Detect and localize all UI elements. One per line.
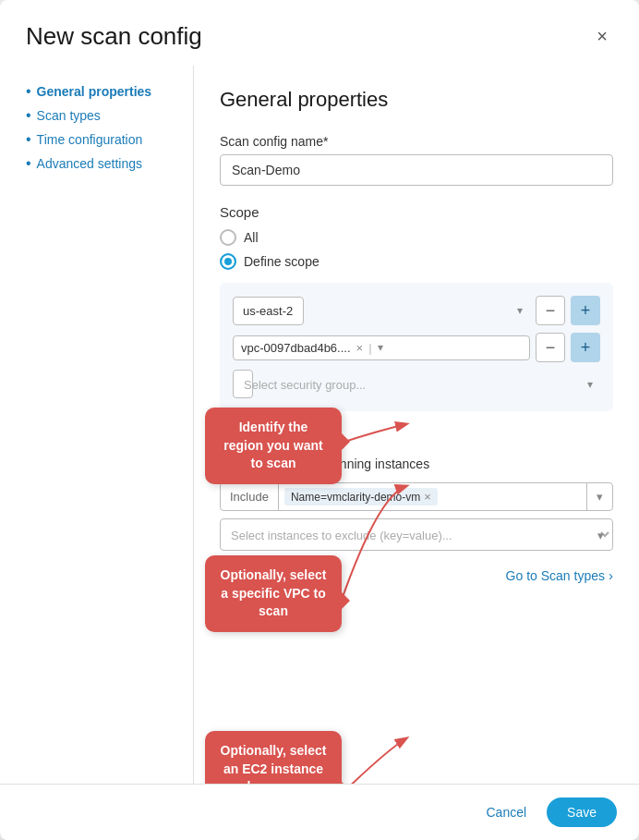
bullet-icon: • xyxy=(26,108,31,123)
region-plus-button[interactable]: + xyxy=(571,296,600,325)
scope-section: Scope All Define scope xyxy=(220,204,613,411)
tooltip-ec2: Optionally, select an EC2 instance by na… xyxy=(205,731,342,784)
vpc-tag-value: vpc-0097dbad4b6.... xyxy=(241,341,351,355)
sidebar-item-advanced[interactable]: • Advanced settings xyxy=(26,156,176,171)
go-to-chevron-icon: › xyxy=(609,567,613,583)
bullet-icon: • xyxy=(26,84,31,99)
region-row: us-east-2 ▾ − + xyxy=(233,296,600,325)
security-group-row: ▾ Select security group... xyxy=(233,370,600,398)
region-select-wrapper: us-east-2 ▾ xyxy=(233,297,530,325)
radio-define-scope-circle[interactable] xyxy=(220,253,236,270)
radio-define-scope[interactable]: Define scope xyxy=(220,253,613,270)
include-row: Include Name=vmclarity-demo-vm × ▾ xyxy=(220,482,613,511)
radio-all-circle[interactable] xyxy=(220,229,236,246)
modal-body: • General properties • Scan types • Time… xyxy=(0,66,639,784)
region-select[interactable]: us-east-2 xyxy=(233,297,304,325)
sidebar-link-general[interactable]: General properties xyxy=(37,84,152,99)
section-title: General properties xyxy=(220,88,613,112)
vpc-plus-button[interactable]: + xyxy=(571,333,600,362)
sidebar-item-scan-types[interactable]: • Scan types xyxy=(26,108,176,123)
vpc-tag: vpc-0097dbad4b6.... × | ▾ xyxy=(233,335,530,360)
security-group-placeholder: Select security group... xyxy=(244,377,366,391)
vpc-minus-button[interactable]: − xyxy=(536,333,565,362)
bullet-icon: • xyxy=(26,132,31,147)
tag-pill-remove-icon[interactable]: × xyxy=(424,490,431,504)
save-button[interactable]: Save xyxy=(547,797,617,827)
vpc-remove-icon[interactable]: × xyxy=(356,341,364,355)
sidebar-link-time-config[interactable]: Time configuration xyxy=(37,132,143,147)
modal-footer: Cancel Save xyxy=(0,784,639,840)
modal-title: New scan config xyxy=(26,22,202,51)
scan-config-name-label: Scan config name* xyxy=(220,134,613,149)
include-tag-pill: Name=vmclarity-demo-vm × xyxy=(284,488,438,505)
go-to-scan-types-label: Go to Scan types xyxy=(506,568,605,583)
vpc-row: vpc-0097dbad4b6.... × | ▾ − + xyxy=(233,333,600,362)
exclude-select[interactable] xyxy=(220,518,613,551)
modal: New scan config × • General properties •… xyxy=(0,0,639,840)
sidebar-link-advanced[interactable]: Advanced settings xyxy=(37,156,142,171)
modal-header: New scan config × xyxy=(0,0,639,66)
tooltip-region: Identify the region you want to scan xyxy=(205,408,342,484)
scan-config-name-field: Scan config name* xyxy=(220,134,613,186)
sidebar-item-time-config[interactable]: • Time configuration xyxy=(26,132,176,147)
tag-separator: | xyxy=(368,341,371,355)
include-label: Include xyxy=(221,483,279,510)
tag-pill-value: Name=vmclarity-demo-vm xyxy=(291,491,420,504)
scan-config-name-input[interactable] xyxy=(220,154,613,186)
security-group-select-wrapper: ▾ Select security group... xyxy=(233,370,600,398)
close-button[interactable]: × xyxy=(591,24,613,49)
scope-radio-group: All Define scope xyxy=(220,229,613,270)
radio-all-label: All xyxy=(244,230,259,245)
security-group-caret-icon: ▾ xyxy=(587,378,593,391)
region-caret-icon: ▾ xyxy=(517,304,523,317)
sidebar-link-scan-types[interactable]: Scan types xyxy=(37,108,101,123)
exclude-select-wrapper: Select instances to exclude (key=value).… xyxy=(220,518,613,551)
bullet-icon: • xyxy=(26,156,31,171)
main-content: General properties Scan config name* Sco… xyxy=(194,66,639,784)
security-group-select[interactable] xyxy=(233,370,253,398)
scope-label: Scope xyxy=(220,204,613,220)
radio-define-scope-label: Define scope xyxy=(244,254,320,269)
region-minus-button[interactable]: − xyxy=(536,296,565,325)
sidebar-item-general[interactable]: • General properties xyxy=(26,84,176,99)
sidebar: • General properties • Scan types • Time… xyxy=(0,66,194,784)
cancel-button[interactable]: Cancel xyxy=(476,799,536,825)
radio-all[interactable]: All xyxy=(220,229,613,246)
tooltip-vpc: Optionally, select a specific VPC to sca… xyxy=(205,555,342,632)
include-caret-icon[interactable]: ▾ xyxy=(586,483,612,510)
scope-box: us-east-2 ▾ − + vpc-0097dbad4b6.... × | xyxy=(220,283,613,411)
vpc-caret-icon[interactable]: ▾ xyxy=(378,341,383,354)
